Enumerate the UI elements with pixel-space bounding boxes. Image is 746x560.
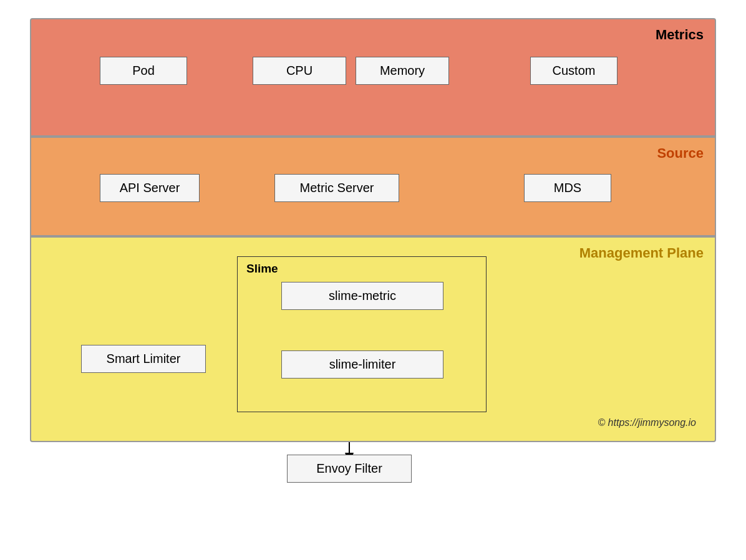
box-smart-limiter: Smart Limiter — [81, 345, 206, 373]
box-custom: Custom — [530, 57, 618, 85]
section-source: Source API Server Metric Server MDS — [30, 137, 716, 236]
box-memory: Memory — [356, 57, 449, 85]
slime-container: Slime slime-metric slime-limiter — [237, 256, 487, 412]
metrics-label: Metrics — [656, 27, 704, 43]
box-cpu: CPU — [253, 57, 346, 85]
management-label: Management Plane — [579, 245, 704, 261]
box-mds: MDS — [524, 174, 611, 202]
copyright: © https://jimmysong.io — [598, 417, 696, 428]
envoy-filter-row: Envoy Filter — [30, 442, 716, 517]
section-management: Management Plane Slime slime-metric slim… — [30, 236, 716, 442]
slime-label: Slime — [246, 262, 278, 276]
box-slime-metric: slime-metric — [281, 282, 443, 310]
box-pod: Pod — [100, 57, 187, 85]
box-envoy-filter: Envoy Filter — [287, 455, 412, 483]
section-metrics: Metrics Pod CPU Memory Custom — [30, 18, 716, 137]
box-metric-server: Metric Server — [274, 174, 399, 202]
box-api-server: API Server — [100, 174, 200, 202]
source-label: Source — [657, 145, 704, 162]
box-slime-limiter: slime-limiter — [281, 350, 443, 379]
diagram-container: Metrics Pod CPU Memory Custom Source API… — [30, 18, 716, 542]
